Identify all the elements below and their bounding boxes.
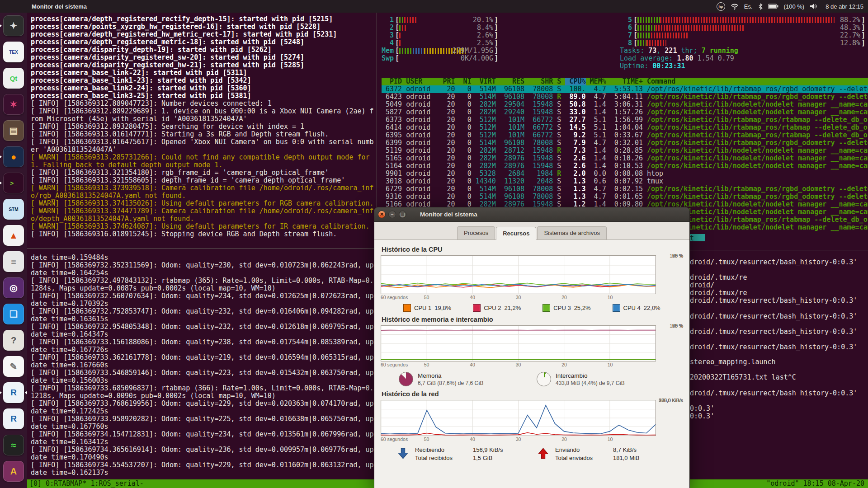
network-history-chart: 500,0 KiB/s375,0 KiB/s250,0 KiB/s125,0 K… [381, 400, 684, 443]
terminal-line: [ WARN] [1586369313.285731266]: Could no… [31, 154, 375, 169]
terminal-fragment: droid/ [690, 281, 714, 289]
tmux-horizontal-divider-left[interactable] [27, 248, 377, 249]
memory-pie-icon [399, 372, 413, 386]
terminal-fragment: t [690, 234, 705, 241]
terminal-fragment: stereo_mapping.launch [690, 358, 776, 366]
cpu-legend-item: CPU 325,2% [542, 304, 590, 312]
terminal-fragment: droid/.tmux/resurrect/bash_history-0:0.3… [690, 258, 857, 266]
htop-table-header[interactable]: PID USER PRI NI VIRT RES SHR S CPU% MEM%… [382, 78, 868, 85]
terminal-line: [ INFO] [1586369313.016475617]: Opened '… [31, 138, 375, 154]
legend-color-swatch [542, 304, 550, 312]
tmux-window-list[interactable]: [0] 0:RTABMAP* 1:ROS_serial- [29, 479, 144, 488]
total-received-value: 1,5 GiB [473, 455, 523, 461]
htop-process-row[interactable]: 3018 odroid 20 0 14340 11320 2048 S 1.3 … [382, 178, 868, 185]
launcher-item-help[interactable]: ? [0, 327, 27, 353]
cpu-legend: CPU 119,8%CPU 221,2%CPU 325,2%CPU 422,0% [403, 304, 685, 312]
window-titlebar[interactable]: ✕ − ▢ Monitor del sistema [374, 207, 689, 222]
clock[interactable]: 8 de abr 12:15 [826, 3, 863, 10]
terminal-pane-rtabmap-log[interactable]: date time=0.159484s[ INFO] [1586369732.3… [27, 249, 377, 479]
receiving-label: Recibiendo [415, 446, 470, 453]
close-button[interactable]: ✕ [378, 211, 386, 218]
htop-process-row[interactable]: 6729 odroid 20 0 514M 96108 78008 S 1.3 … [382, 185, 868, 193]
launcher-item-stm32cube[interactable]: STM [0, 196, 27, 222]
terminal-fragment: droid/.tmux/resurrect/bash_history-0:0.3… [690, 328, 857, 336]
terminal-line: [ WARN] [1586369313.374471789]: Camera c… [31, 207, 375, 223]
terminal-line: process[camera_base_link-22]: started wi… [31, 69, 375, 77]
tab-sistemas-de-archivos[interactable]: Sistemas de archivos [537, 226, 607, 239]
sending-label: Enviando [555, 446, 610, 453]
legend-color-swatch [473, 304, 481, 312]
terminal-line: [ INFO] [1586369733.768619956]: Odom: qu… [31, 400, 375, 415]
terminal-fragment: droid/.tmux/resurrect/bash_history-0:0.3… [690, 312, 857, 320]
tab-recursos[interactable]: Recursos [496, 227, 536, 240]
htop-process-row[interactable]: 5164 odroid 20 0 282M 28976 15948 S 2.6 … [382, 162, 868, 170]
network-legend: Recibiendo 156,9 KiB/s Total recibidos 1… [397, 446, 685, 461]
launcher-item-blue-cube-app[interactable]: ❏ [0, 301, 27, 327]
terminal-fragment: droid/.tmux/re [690, 273, 747, 282]
launcher-item-firefox[interactable]: ● [0, 144, 27, 170]
terminal-line: [ INFO] [1586369312.889229689]: 1. devic… [31, 108, 375, 123]
keyboard-layout-indicator[interactable]: Es. [744, 3, 753, 10]
terminal-fragment: droid/.tmux/resurrect/bash_history-0:0.3… [690, 389, 857, 397]
legend-color-swatch [403, 304, 411, 312]
terminal-line: process[camera_base_link3-25]: started w… [31, 92, 375, 100]
legend-color-swatch [613, 304, 620, 312]
running-indicator-icon [0, 24, 2, 27]
cpu-legend-item: CPU 221,2% [473, 304, 521, 312]
launcher-item-r-commander[interactable]: R [0, 406, 27, 432]
swap-value: 433,8 MiB (4,4%) de 9,7 GiB [556, 380, 625, 386]
focused-indicator-icon [25, 391, 27, 394]
launcher-item-qt-creator[interactable]: Qt [0, 65, 27, 91]
launcher-item-gedit[interactable]: ✎ [0, 353, 27, 380]
terminal-line: [ INFO] [1586369734.154712831]: Odom: qu… [31, 431, 375, 446]
wifi-icon[interactable] [731, 3, 739, 10]
volume-icon[interactable] [810, 3, 817, 9]
launcher-item-purple-ring-app[interactable]: ◎ [0, 275, 27, 301]
memory-history-chart: 100 %75 %50 %25 %0 % 60 segundos50403020… [381, 325, 684, 368]
minimize-button[interactable]: − [388, 211, 396, 218]
hp-indicator-icon[interactable]: hp [717, 2, 725, 11]
maximize-button[interactable]: ▢ [399, 211, 406, 218]
tab-procesos[interactable]: Procesos [457, 226, 495, 239]
total-received-label: Total recibidos [415, 455, 470, 461]
htop-process-row[interactable]: 5165 odroid 20 0 282M 28976 15948 S 2.6 … [382, 155, 868, 162]
htop-process-row[interactable]: 9316 odroid 20 0 514M 96108 78008 S 1.3 … [382, 193, 868, 201]
htop-process-row[interactable]: 9901 odroid 20 0 5328 2684 1984 R 2.0 0.… [382, 170, 868, 178]
running-indicator-icon [0, 155, 2, 158]
terminal-pane-roslaunch-log[interactable]: process[camera/depth_registered_rectify_… [27, 13, 377, 248]
terminal-line: [ INFO] [1586369733.362161778]: Odom: qu… [31, 354, 375, 369]
launcher-item-dash-home[interactable]: ✦ [0, 13, 27, 39]
htop-process-row[interactable]: 6399 odroid 20 0 514M 96108 78008 S 7.9 … [382, 139, 868, 147]
htop-meter-7: 7[22.7%] [620, 31, 865, 39]
launcher-item-text-editor[interactable]: ≡ [0, 249, 27, 275]
bluetooth-icon[interactable] [758, 3, 763, 10]
launcher-item-meshlab[interactable]: ▲ [0, 222, 27, 249]
htop-process-row[interactable]: 6395 odroid 20 0 512M 101M 66772 S 9.2 5… [382, 131, 868, 139]
htop-process-row[interactable]: 6423 odroid 20 0 514M 96108 78008 R 89.0… [382, 93, 868, 101]
htop-process-row[interactable]: 5119 odroid 20 0 282M 28712 15948 R 7.3 … [382, 147, 868, 155]
launcher-item-texmaker[interactable]: TEX [0, 39, 27, 65]
launcher-item-scope-app[interactable]: ≈ [0, 432, 27, 458]
swap-label: Intercambio [556, 372, 625, 379]
launcher-item-software-center[interactable]: A [0, 458, 27, 484]
htop-info-line: Uptime: 00:23:31 [620, 62, 866, 70]
indicator-area: hp Es. (100 %) 8 de abr 12:15 [717, 2, 868, 11]
launcher-item-file-manager[interactable]: ▤ [0, 117, 27, 144]
htop-info-line: Load average: 1.80 1.54 0.79 [620, 55, 866, 62]
total-sent-label: Total enviados [555, 455, 610, 461]
htop-process-row[interactable]: 5827 odroid 20 0 282M 29240 15948 S 33.0… [382, 108, 868, 116]
unity-launcher: ✦TEXQt✶▤●>_STM▲≡◎❏?✎RR≈A [0, 13, 27, 488]
terminal-line: process[camera/points_xyzrgb_hw_register… [31, 23, 375, 31]
htop-process-row[interactable]: 6372 odroid 20 0 514M 96108 78008 S 100.… [382, 85, 868, 93]
battery-icon[interactable] [768, 4, 778, 9]
terminal-line: [ INFO] [1586369732.560707634]: Odom: qu… [31, 292, 375, 308]
htop-process-row[interactable]: 5049 odroid 20 0 282M 29504 15948 S 50.8… [382, 101, 868, 108]
terminal-line: [ INFO] [1586369732.752853747]: Odom: qu… [31, 308, 375, 323]
launcher-item-terminal[interactable]: >_ [0, 170, 27, 196]
launcher-item-r-studio[interactable]: R [0, 380, 27, 406]
htop-process-row[interactable]: 6373 odroid 20 0 512M 101M 66772 S 27.7 … [382, 116, 868, 124]
launcher-item-magenta-crystal-app[interactable]: ✶ [0, 91, 27, 117]
terminal-line: [ WARN] [1586369313.373939518]: Camera c… [31, 184, 375, 200]
htop-process-row[interactable]: 6414 odroid 20 0 512M 101M 66772 S 14.5 … [382, 124, 868, 131]
htop-meter-2: 2[8.4%] [382, 23, 498, 32]
